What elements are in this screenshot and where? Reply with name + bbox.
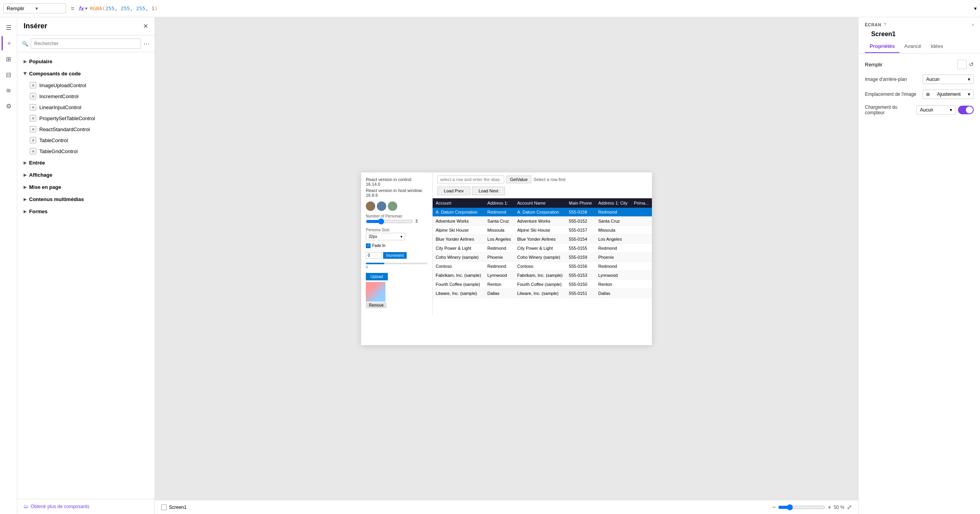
cell: Missoula: [484, 225, 514, 234]
upload-button[interactable]: Upload: [366, 273, 388, 280]
tab-proprietes[interactable]: Propriétés: [865, 41, 899, 53]
sidebar-close-button[interactable]: ✕: [143, 22, 148, 30]
sidebar-more-button[interactable]: ⋯: [143, 40, 150, 48]
linearinput-label: LinearInputControl: [39, 104, 81, 110]
load-next-button[interactable]: Load Next: [472, 187, 505, 195]
canvas-content: React version in control: 16.14.0 React …: [155, 17, 858, 500]
number-personas-label: Number of Personas:: [366, 214, 428, 218]
remplir-refresh-icon[interactable]: ↺: [969, 61, 974, 68]
fade-in-row: ✓ Fade In: [366, 243, 428, 248]
table-row[interactable]: Fourth Coffee (sample) Renton Fourth Cof…: [433, 280, 652, 289]
fill-dropdown[interactable]: Remplir ▾: [3, 4, 66, 13]
get-more-components-link[interactable]: 🗂 Obtenir plus de composants: [24, 504, 148, 509]
chargement-label: Chargement du compteur: [865, 104, 916, 115]
load-prev-button[interactable]: Load Prev: [437, 187, 470, 195]
sidebar-item-reactstandard[interactable]: ⊞ ReactStandardControl: [17, 124, 154, 135]
mise-en-page-arrow: ▶: [24, 185, 27, 189]
sidebar-category-entree[interactable]: ▶ Entrée: [17, 157, 154, 169]
table-row[interactable]: Litware, Inc. (sample) Dallas Litware, I…: [433, 289, 652, 298]
color-swatch[interactable]: [957, 60, 967, 69]
sidebar-category-mise-en-page[interactable]: ▶ Mise en page: [17, 181, 154, 193]
load-buttons: Load Prev Load Next: [433, 187, 652, 198]
table-row[interactable]: Alpine Ski House Missoula Alpine Ski Hou…: [433, 225, 652, 234]
icon-rail-hamburger[interactable]: ☰: [2, 20, 16, 35]
table-row[interactable]: City Power & Light Redmond City Power & …: [433, 243, 652, 252]
get-more-label: Obtenir plus de composants: [31, 504, 89, 509]
fx-button[interactable]: fx ▾: [79, 5, 86, 12]
screen-checkbox[interactable]: [161, 505, 167, 510]
cell: Redmond: [484, 208, 514, 217]
imageupload-icon: ⊞: [30, 82, 36, 88]
emplacement-image-dropdown[interactable]: ⊞ Ajustement ▾: [923, 90, 974, 99]
table-row[interactable]: Fabrikam, Inc. (sample) Lynnwood Fabrika…: [433, 271, 652, 280]
icon-rail-layers[interactable]: ⊞: [2, 52, 16, 66]
sidebar-item-increment[interactable]: ⊞ IncrementControl: [17, 91, 154, 102]
sidebar-category-contenus[interactable]: ▶ Contenus multimédias: [17, 193, 154, 205]
increment-input[interactable]: [366, 252, 382, 259]
icon-rail-settings[interactable]: ⚙: [2, 99, 16, 113]
table-row[interactable]: Contoso Redmond Contoso 555-0156 Redmond: [433, 262, 652, 271]
tab-avance[interactable]: Avancé: [899, 41, 926, 53]
increment-button[interactable]: Increment: [383, 252, 407, 259]
zoom-in-button[interactable]: +: [828, 504, 831, 511]
chargement-dropdown[interactable]: Aucun ▾: [916, 105, 956, 115]
left-sidebar: Insérer ✕ 🔍 ⋯ ▶ Populaire ▶ Composants d…: [17, 17, 155, 514]
react-version-host: React version in host window: 16.8.6: [366, 188, 428, 198]
sidebar-category-formes[interactable]: ▶ Formes: [17, 205, 154, 218]
chargement-toggle[interactable]: [958, 106, 974, 114]
sidebar-item-propertyset[interactable]: ⊞ PropertySetTableControl: [17, 113, 154, 124]
cell: Lynnwood: [595, 271, 631, 280]
sidebar-category-affichage[interactable]: ▶ Affichage: [17, 169, 154, 181]
zoom-slider[interactable]: [778, 504, 825, 510]
emplacement-dropdown-chevron: ▾: [968, 91, 970, 97]
cell: Litware, Inc. (sample): [514, 289, 566, 298]
cell: Renton: [484, 280, 514, 289]
search-input[interactable]: [31, 38, 141, 49]
progress-section: 0: [366, 263, 428, 269]
icon-rail-data[interactable]: ⊟: [2, 68, 16, 82]
tab-idees[interactable]: Idées: [926, 41, 948, 53]
screen-label: Screen1: [161, 505, 187, 510]
persona-size-select[interactable]: 32px ▾: [366, 233, 405, 240]
persona-size-value: 32px: [369, 234, 377, 239]
zoom-out-button[interactable]: −: [772, 504, 776, 511]
cell: [631, 208, 652, 217]
fade-in-checkbox[interactable]: ✓: [366, 243, 371, 248]
composants-arrow: ▶: [23, 72, 28, 75]
sidebar-item-tablegrid[interactable]: ⊞ TableGridControl: [17, 146, 154, 157]
table-row[interactable]: Blue Yonder Airlines Los Angeles Blue Yo…: [433, 234, 652, 243]
right-panel-help-icon[interactable]: ?: [884, 22, 886, 27]
cell: Renton: [595, 280, 631, 289]
sidebar-item-imageupload[interactable]: ⊞ ImageUploadControl: [17, 80, 154, 91]
personas-slider-input[interactable]: [366, 218, 413, 225]
get-value-button[interactable]: GetValue: [507, 176, 531, 183]
sidebar-category-composants[interactable]: ▶ Composants de code: [17, 68, 154, 80]
remplir-row: Remplir ↺: [865, 60, 974, 69]
table-row[interactable]: Adventure Works Santa Cruz Adventure Wor…: [433, 216, 652, 225]
right-panel-chevron[interactable]: ›: [972, 22, 974, 27]
table-row[interactable]: A. Datum Corporation Redmond A. Datum Co…: [433, 208, 652, 217]
select-first-msg: Select a row first: [534, 177, 565, 182]
icon-rail-vars[interactable]: ≋: [2, 83, 16, 97]
expand-button[interactable]: ⤢: [847, 503, 852, 511]
image-arriere-plan-row: Image d'arrière-plan Aucun ▾: [865, 75, 974, 84]
col-account-name: Account Name: [514, 198, 566, 208]
emplacement-icon: ⊞: [926, 92, 930, 97]
image-arriere-plan-label: Image d'arrière-plan: [865, 77, 907, 82]
table-row[interactable]: Coho Winery (sample) Phoenix Coho Winery…: [433, 252, 652, 262]
sidebar-item-table[interactable]: ⊞ TableControl: [17, 135, 154, 146]
sidebar-item-linearinput[interactable]: ⊞ LinearInputControl: [17, 102, 154, 113]
right-panel-screen-name: Screen1: [865, 27, 974, 38]
cell: Phoenix: [595, 252, 631, 262]
top-bar-chevron[interactable]: ▾: [974, 5, 977, 11]
cell: Coho Winery (sample): [514, 252, 566, 262]
top-bar: Remplir ▾ = fx ▾ RGBA(255, 255, 255, 1) …: [0, 0, 980, 17]
image-dropdown-chevron: ▾: [968, 77, 970, 82]
increment-icon: ⊞: [30, 93, 36, 99]
sidebar-category-populaire[interactable]: ▶ Populaire: [17, 55, 154, 68]
icon-rail-insert[interactable]: ＋: [2, 36, 16, 50]
alias-input[interactable]: [437, 176, 504, 183]
image-arriere-plan-dropdown[interactable]: Aucun ▾: [923, 75, 974, 84]
frame-left-panel: React version in control: 16.14.0 React …: [361, 172, 433, 315]
remove-button[interactable]: Remove: [366, 302, 387, 308]
